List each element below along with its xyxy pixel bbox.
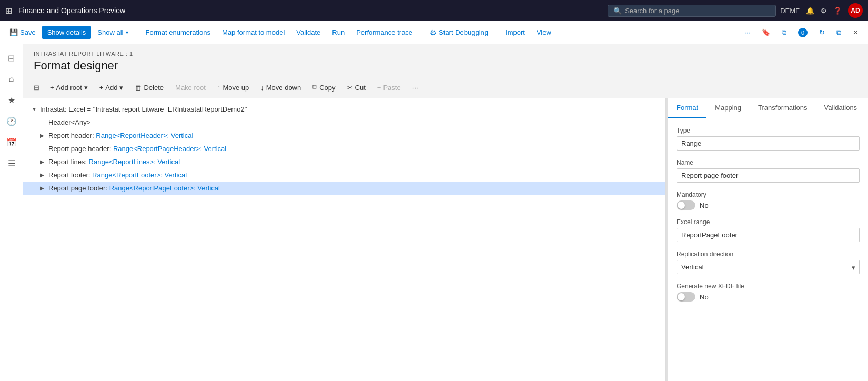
paste-button[interactable]: + Paste <box>372 82 406 94</box>
main-toolbar: 💾 Save Show details Show all ▾ Format en… <box>0 21 868 44</box>
content-area: INTRASTAT REPORT LITWARE : 1 Format desi… <box>23 44 868 381</box>
tab-validations[interactable]: Validations <box>815 98 865 118</box>
name-input[interactable] <box>677 168 860 183</box>
page-title: Format designer <box>34 59 857 73</box>
run-button[interactable]: Run <box>327 26 350 39</box>
add-icon: + <box>99 84 104 92</box>
search-bar[interactable]: 🔍 Search for a page <box>608 5 776 17</box>
gear-icon[interactable]: ⚙ <box>821 7 827 15</box>
panel-button[interactable]: ⧉ <box>776 26 792 39</box>
move-up-button[interactable]: ↑ Move up <box>212 82 254 94</box>
main-layout: ⊟ ⌂ ★ 🕐 📅 ☰ INTRASTAT REPORT LITWARE : 1… <box>0 44 868 381</box>
favorites-icon[interactable]: ★ <box>2 91 21 109</box>
tree-item-report-header[interactable]: ▶ Report header: Range<ReportHeader>: Ve… <box>23 129 665 142</box>
save-button[interactable]: 💾 Save <box>4 26 41 39</box>
props-tabs: Format Mapping Transformations Validatio… <box>668 98 868 118</box>
performance-trace-button[interactable]: Performance trace <box>351 26 418 39</box>
type-label: Type <box>677 127 860 134</box>
mandatory-toggle-row: No <box>677 200 860 210</box>
mandatory-label: Mandatory <box>677 191 860 198</box>
make-root-button[interactable]: Make root <box>170 82 211 94</box>
tree-item-header[interactable]: Header<Any> <box>23 116 665 129</box>
import-button[interactable]: Import <box>500 26 530 39</box>
tab-transformations[interactable]: Transformations <box>750 98 815 118</box>
copy-button[interactable]: ⧉ Copy <box>307 81 340 94</box>
xfdf-toggle[interactable] <box>677 292 695 302</box>
delete-icon: 🗑 <box>135 84 142 92</box>
avatar[interactable]: AD <box>848 3 863 18</box>
breadcrumb: INTRASTAT REPORT LITWARE : 1 <box>34 51 857 57</box>
excel-range-input[interactable] <box>677 228 860 242</box>
top-nav-right: DEMF 🔔 ⚙ ❓ AD <box>780 3 863 18</box>
xfdf-value: No <box>700 293 709 301</box>
delete-button[interactable]: 🗑 Delete <box>129 82 169 94</box>
format-enumerations-button[interactable]: Format enumerations <box>140 26 216 39</box>
bell-icon[interactable]: 🔔 <box>806 7 814 15</box>
tree-item-report-page-header[interactable]: Report page header: Range<ReportPageHead… <box>23 142 665 155</box>
list-icon[interactable]: ☰ <box>2 154 21 173</box>
tree-item-report-lines[interactable]: ▶ Report lines: Range<ReportLines>: Vert… <box>23 155 665 168</box>
calendar-icon[interactable]: 📅 <box>2 133 21 152</box>
more-toolbar-button[interactable]: ··· <box>739 26 755 39</box>
expander-report-header: ▶ <box>40 133 48 138</box>
show-all-dropdown-arrow: ▾ <box>126 29 128 35</box>
map-format-button[interactable]: Map format to model <box>217 26 290 39</box>
show-all-button[interactable]: Show all ▾ <box>92 26 133 39</box>
user-label: DEMF <box>780 7 800 15</box>
excel-range-label: Excel range <box>677 218 860 226</box>
save-icon: 💾 <box>9 28 18 36</box>
replication-select[interactable]: Vertical Horizontal None <box>677 260 860 274</box>
separator-3 <box>497 26 497 39</box>
debug-icon: ⚙ <box>430 28 437 37</box>
add-root-dropdown-icon: ▾ <box>84 84 88 92</box>
props-content: Type Name Mandatory <box>668 118 868 318</box>
copy-icon: ⧉ <box>312 83 317 92</box>
move-down-button[interactable]: ↓ Move down <box>255 82 306 94</box>
add-root-button[interactable]: + Add root ▾ <box>45 82 93 94</box>
move-down-icon: ↓ <box>260 84 264 92</box>
add-root-icon: + <box>50 84 54 92</box>
xfdf-label: Generate new XFDF file <box>677 283 860 290</box>
mandatory-value: No <box>700 202 709 209</box>
validate-button[interactable]: Validate <box>291 26 326 39</box>
filter-designer-icon: ⊟ <box>34 84 39 92</box>
home-icon[interactable]: ⌂ <box>2 69 21 88</box>
view-button[interactable]: View <box>531 26 557 39</box>
replication-select-wrapper: Vertical Horizontal None <box>677 260 860 274</box>
expander-report-page-footer: ▶ <box>40 185 48 191</box>
add-button[interactable]: + Add ▾ <box>94 82 129 94</box>
close-button[interactable]: ✕ <box>847 26 864 39</box>
move-up-icon: ↑ <box>217 84 221 92</box>
bookmark-button[interactable]: 🔖 <box>756 26 775 39</box>
start-debugging-button[interactable]: ⚙ Start Debugging <box>425 26 493 39</box>
more-designer-button[interactable]: ··· <box>407 82 423 94</box>
badge-button[interactable]: 0 <box>793 25 813 40</box>
refresh-button[interactable]: ↻ <box>814 26 830 39</box>
grid-icon[interactable]: ⊞ <box>5 6 12 16</box>
properties-panel: Format Mapping Transformations Validatio… <box>668 98 868 381</box>
designer-toolbar: ⊟ + Add root ▾ + Add ▾ 🗑 Delete Make roo… <box>23 77 868 98</box>
tree-item-root[interactable]: ▼ Intrastat: Excel = "Intrastat report L… <box>23 103 665 116</box>
xfdf-toggle-row: No <box>677 292 860 302</box>
help-icon[interactable]: ❓ <box>833 7 842 15</box>
tree-panel: ▼ Intrastat: Excel = "Intrastat report L… <box>23 98 666 381</box>
cut-button[interactable]: ✂ Cut <box>342 82 371 94</box>
tab-format[interactable]: Format <box>668 98 706 118</box>
excel-range-field-group: Excel range <box>677 218 860 242</box>
tree-item-report-footer[interactable]: ▶ Report footer: Range<ReportFooter>: Ve… <box>23 168 665 182</box>
expander-root: ▼ <box>32 106 40 112</box>
recent-icon[interactable]: 🕐 <box>2 112 21 131</box>
show-details-button[interactable]: Show details <box>42 26 92 39</box>
type-input[interactable] <box>677 136 860 151</box>
xfdf-field-group: Generate new XFDF file No <box>677 283 860 302</box>
expander-report-footer: ▶ <box>40 172 48 178</box>
paste-icon: + <box>377 84 381 92</box>
mandatory-toggle[interactable] <box>677 200 695 210</box>
mandatory-toggle-knob <box>678 202 685 209</box>
expander-report-lines: ▶ <box>40 159 48 165</box>
tree-item-report-page-footer[interactable]: ▶ Report page footer: Range<ReportPageFo… <box>23 182 665 195</box>
filter-icon[interactable]: ⊟ <box>2 48 21 67</box>
popout-button[interactable]: ⧉ <box>831 26 846 39</box>
type-field-group: Type <box>677 127 860 151</box>
tab-mapping[interactable]: Mapping <box>706 98 750 118</box>
